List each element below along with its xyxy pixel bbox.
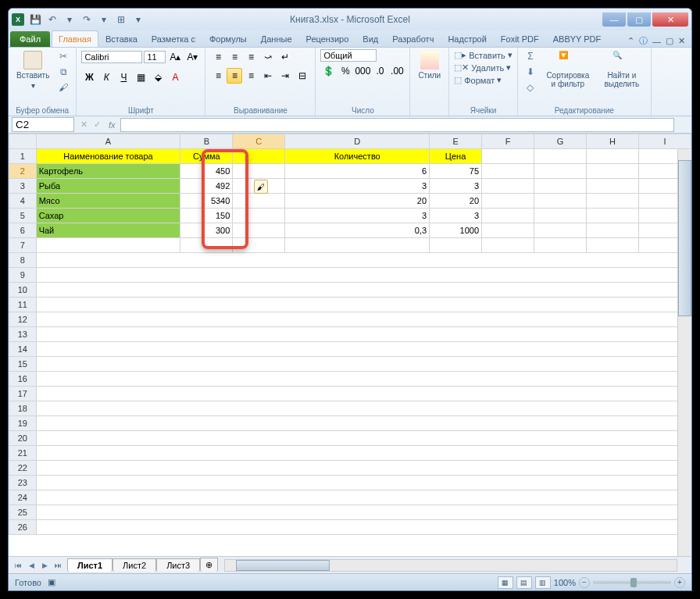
doc-restore-icon[interactable]: ▢ (666, 36, 673, 46)
decrease-decimal-icon[interactable]: .00 (389, 63, 405, 79)
page-break-view-icon[interactable]: ▥ (535, 576, 551, 589)
cell[interactable]: Сахар (36, 209, 180, 223)
cell[interactable] (36, 431, 691, 446)
cell[interactable]: Сумма (180, 149, 233, 164)
cell[interactable]: Цена (430, 149, 482, 164)
cell[interactable]: 20 (285, 194, 430, 209)
merge-icon[interactable]: ⊟ (295, 68, 310, 84)
row-header[interactable]: 22 (9, 461, 37, 476)
new-sheet-button[interactable]: ⊕ (200, 558, 218, 572)
cell[interactable] (36, 312, 691, 327)
doc-min-icon[interactable]: — (652, 37, 661, 46)
cell[interactable] (534, 209, 587, 223)
sheet-tab[interactable]: Лист3 (156, 558, 200, 572)
cell[interactable] (482, 179, 534, 194)
cell[interactable] (534, 164, 587, 179)
cell[interactable]: 1000 (430, 223, 482, 238)
cell[interactable] (36, 357, 691, 372)
fill-icon[interactable]: ⬇ (523, 65, 538, 79)
row-header[interactable]: 23 (9, 476, 37, 490)
col-header-D[interactable]: D (285, 134, 430, 149)
sort-filter-button[interactable]: 🔽 Сортировка и фильтр (541, 49, 595, 90)
file-tab[interactable]: Файл (10, 31, 50, 47)
vertical-scrollbar[interactable] (677, 149, 691, 556)
cell[interactable] (36, 298, 691, 312)
italic-button[interactable]: К (98, 70, 114, 85)
row-header[interactable]: 25 (9, 505, 37, 520)
cell[interactable]: Картофель (36, 164, 180, 179)
cell[interactable] (233, 223, 285, 238)
cell[interactable] (586, 149, 638, 164)
minimize-button[interactable]: — (602, 12, 626, 27)
cell[interactable] (36, 476, 691, 490)
row-header[interactable]: 20 (9, 431, 37, 446)
tab-foxit[interactable]: Foxit PDF (494, 30, 546, 47)
row-header[interactable]: 19 (9, 416, 37, 431)
increase-indent-icon[interactable]: ⇥ (277, 68, 293, 84)
cell[interactable]: Мясо (36, 194, 180, 209)
paste-options-icon[interactable]: 🖌 (254, 180, 268, 194)
cell[interactable] (36, 416, 691, 431)
currency-icon[interactable]: 💲 (320, 63, 336, 79)
formula-bar[interactable] (120, 118, 674, 132)
styles-button[interactable]: Стили (415, 49, 444, 81)
cut-icon[interactable]: ✂ (55, 49, 71, 63)
row-header[interactable]: 21 (9, 446, 37, 461)
cell[interactable] (586, 238, 638, 253)
cell[interactable] (586, 194, 638, 209)
delete-cells-button[interactable]: ⬚✕ Удалить ▾ (454, 62, 511, 73)
zoom-in-button[interactable]: + (674, 577, 685, 588)
cell[interactable]: 300 (180, 223, 233, 238)
tab-developer[interactable]: Разработч (385, 30, 441, 47)
wrap-text-icon[interactable]: ↵ (277, 49, 293, 65)
cell[interactable] (233, 209, 285, 223)
cell[interactable] (534, 194, 587, 209)
cancel-formula-icon[interactable]: ✕ (80, 119, 88, 130)
qat-repeat-icon[interactable]: ▾ (96, 12, 112, 27)
col-header-I[interactable]: I (638, 134, 691, 149)
cell[interactable] (36, 372, 691, 387)
cell[interactable] (482, 209, 534, 223)
sheet-nav-last-icon[interactable]: ⏭ (52, 559, 64, 572)
col-header-F[interactable]: F (482, 134, 534, 149)
format-cells-button[interactable]: ⬚ Формат ▾ (454, 74, 502, 86)
cell[interactable]: 450 (180, 164, 233, 179)
row-header[interactable]: 15 (9, 357, 37, 372)
cell[interactable] (233, 194, 285, 209)
help-icon[interactable]: ⓘ (639, 35, 648, 47)
cell[interactable] (482, 223, 534, 238)
cell[interactable] (534, 149, 587, 164)
row-header[interactable]: 9 (9, 268, 37, 283)
cell[interactable] (233, 149, 285, 164)
qat-customize-icon[interactable]: ⊞ (113, 12, 129, 27)
cell[interactable] (36, 238, 180, 253)
cell[interactable]: 3 (285, 209, 430, 223)
tab-home[interactable]: Главная (52, 30, 98, 47)
qat-more-icon[interactable]: ▾ (62, 12, 77, 27)
name-box[interactable] (12, 117, 74, 132)
redo-icon[interactable]: ↷ (79, 12, 95, 27)
row-header[interactable]: 11 (9, 298, 37, 312)
spreadsheet-grid[interactable]: A B C D E F G H I 1 Наименование товара … (9, 134, 691, 535)
row-header[interactable]: 26 (9, 520, 37, 535)
row-header[interactable]: 3 (9, 179, 37, 194)
cell[interactable] (534, 179, 587, 194)
cell[interactable]: 0,3 (285, 223, 430, 238)
row-header[interactable]: 8 (9, 253, 37, 268)
cell[interactable] (233, 164, 285, 179)
copy-icon[interactable]: ⧉ (55, 65, 71, 79)
align-right-icon[interactable]: ≡ (243, 68, 259, 84)
select-all-corner[interactable] (9, 134, 37, 149)
row-header[interactable]: 1 (9, 149, 37, 164)
cell[interactable]: 492 (180, 179, 233, 194)
col-header-B[interactable]: B (180, 134, 233, 149)
tab-formulas[interactable]: Формулы (202, 30, 254, 47)
cell[interactable]: 150 (180, 209, 233, 223)
tab-abbyy[interactable]: ABBYY PDF (546, 30, 609, 47)
cell[interactable]: Наименование товара (36, 149, 180, 164)
border-button[interactable]: ▦ (133, 70, 148, 85)
row-header[interactable]: 13 (9, 327, 37, 342)
zoom-slider[interactable] (593, 581, 671, 584)
cell[interactable] (233, 238, 285, 253)
font-color-button[interactable]: A (167, 70, 183, 85)
